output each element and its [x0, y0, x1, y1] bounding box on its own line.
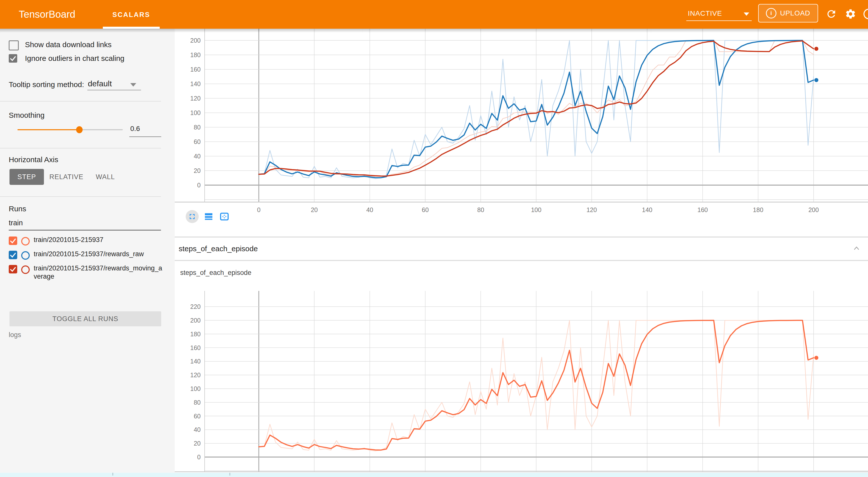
refresh-icon[interactable] [826, 8, 837, 20]
steps-chart-svg[interactable]: 020406080100120140160180200220 [175, 261, 868, 473]
tooltip-strip [0, 473, 868, 477]
y-tick-label: 60 [194, 413, 200, 420]
log-scale-icon[interactable] [204, 212, 214, 222]
series-end-dot [814, 356, 818, 360]
app-bar: TensorBoard SCALARS INACTIVE i UPLOAD [0, 0, 868, 29]
x-tick-label: 120 [587, 206, 597, 213]
run-checkbox[interactable] [9, 236, 17, 245]
upload-button[interactable]: i UPLOAD [758, 4, 818, 23]
strip-tick [113, 473, 113, 476]
y-tick-label: 180 [190, 330, 200, 338]
arrow-drop-down-icon [744, 12, 749, 16]
y-tick-label: 60 [194, 138, 200, 145]
axis-wall-button[interactable]: WALL [93, 169, 118, 185]
x-tick-label: 140 [642, 206, 652, 213]
tab-scalars-label: SCALARS [112, 11, 150, 19]
y-tick-label: 140 [190, 80, 200, 87]
sidebar: Show data download links Ignore outliers… [0, 29, 175, 477]
ignore-outliers-checkbox[interactable] [9, 54, 17, 63]
ignore-outliers-label: Ignore outliers in chart scaling [25, 54, 125, 63]
runs-filter-underline [9, 230, 161, 230]
strip-tick [229, 473, 230, 476]
y-tick-label: 180 [190, 52, 200, 58]
y-tick-label: 0 [197, 182, 200, 189]
smoothing-slider-thumb[interactable] [76, 126, 83, 133]
toggle-all-runs-button[interactable]: TOGGLE ALL RUNS [9, 311, 161, 326]
rewards-chart-svg[interactable]: 0204060801001201401601802000204060801001… [175, 29, 868, 236]
smoothing-value-input[interactable] [130, 125, 160, 133]
tab-active-underline [103, 27, 160, 29]
y-tick-label: 80 [194, 124, 200, 131]
rewards-chart-card: 0204060801001201401601802000204060801001… [175, 29, 868, 236]
status-label: INACTIVE [688, 9, 722, 18]
x-tick-label: 180 [753, 206, 764, 213]
series-end-dot [814, 78, 818, 82]
y-tick-label: 220 [190, 303, 200, 310]
x-tick-label: 80 [477, 206, 484, 213]
y-tick-label: 20 [194, 440, 200, 447]
tab-scalars[interactable]: SCALARS [103, 0, 160, 29]
y-tick-label: 20 [194, 167, 200, 174]
show-download-links-label: Show data download links [25, 40, 112, 49]
horizontal-axis-label: Horizontal Axis [9, 155, 58, 164]
run-row: train/20201015-215937/rewards_moving_ave… [9, 264, 168, 281]
smoothing-label: Smoothing [9, 111, 44, 120]
collapse-icon[interactable] [852, 244, 861, 253]
tooltip-sorting-label: Tooltip sorting method: [9, 80, 84, 89]
tooltip-sorting-select[interactable]: default [88, 79, 112, 88]
tensorboard-app: TensorBoard SCALARS INACTIVE i UPLOAD Sh… [0, 0, 868, 477]
run-checkbox[interactable] [9, 265, 17, 274]
y-tick-label: 0 [197, 453, 200, 460]
check-icon [9, 251, 17, 259]
section-header[interactable]: steps_of_each_episode [175, 237, 868, 260]
y-tick-label: 200 [190, 317, 200, 324]
x-tick-label: 0 [257, 206, 260, 213]
y-tick-label: 140 [190, 358, 200, 365]
axis-relative-button[interactable]: RELATIVE [49, 169, 84, 185]
divider [0, 101, 161, 101]
x-tick-label: 60 [422, 206, 429, 213]
smoothing-slider-fill [18, 129, 80, 130]
check-icon [9, 265, 17, 273]
y-tick-label: 160 [190, 66, 200, 73]
check-icon [9, 54, 17, 62]
y-tick-label: 160 [190, 344, 200, 351]
steps-chart-card: 020406080100120140160180200220 [175, 261, 868, 473]
runs-label: Runs [9, 204, 26, 213]
x-tick-label: 160 [698, 206, 708, 213]
run-row: train/20201015-215937 [9, 236, 168, 246]
x-tick-label: 20 [311, 206, 318, 213]
y-tick-label: 40 [194, 426, 200, 433]
run-label: train/20201015-215937 [34, 236, 163, 244]
tooltip-sorting-underline [87, 90, 141, 90]
y-tick-label: 120 [190, 372, 200, 378]
arrow-drop-down-icon[interactable] [130, 83, 136, 87]
run-checkbox[interactable] [9, 251, 17, 259]
chart-title: steps_of_each_episode [180, 269, 251, 277]
series-end-dot [814, 47, 818, 51]
help-icon[interactable] [863, 8, 868, 20]
upload-label: UPLOAD [780, 9, 810, 17]
runs-filter-input[interactable] [9, 219, 154, 227]
expand-icon[interactable] [188, 212, 196, 221]
status-underline [686, 21, 752, 21]
smoothing-value-underline [129, 136, 161, 137]
x-tick-label: 100 [531, 206, 541, 213]
gear-icon[interactable] [845, 8, 856, 20]
divider [0, 196, 161, 197]
y-tick-label: 80 [194, 399, 200, 406]
run-label: train/20201015-215937/rewards_raw [34, 250, 163, 258]
x-tick-label: 40 [366, 206, 373, 213]
check-icon [9, 237, 17, 245]
logdir-label: logs [9, 331, 21, 339]
run-row: train/20201015-215937/rewards_raw [9, 250, 168, 260]
run-label: train/20201015-215937/rewards_moving_ave… [34, 264, 163, 281]
status-dropdown[interactable]: INACTIVE [686, 7, 752, 21]
run-color-circle[interactable] [21, 265, 30, 274]
run-color-circle[interactable] [21, 237, 30, 246]
axis-step-button[interactable]: STEP [9, 169, 44, 185]
run-color-circle[interactable] [21, 251, 30, 260]
fit-domain-icon[interactable] [219, 212, 230, 222]
show-download-links-checkbox[interactable] [9, 40, 19, 51]
info-icon: i [766, 8, 776, 19]
